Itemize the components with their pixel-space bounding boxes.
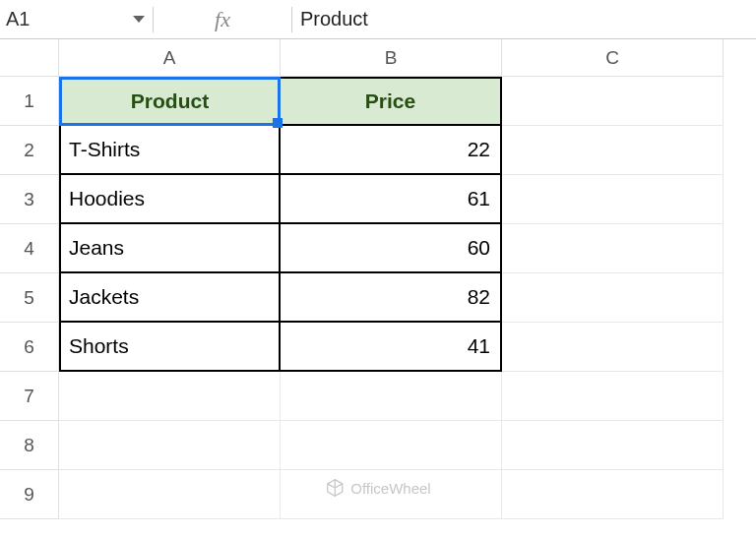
row-header-5[interactable]: 5 (0, 273, 59, 323)
cell-B2[interactable]: 22 (281, 126, 502, 175)
cell-C6[interactable] (502, 323, 724, 372)
col-header-B[interactable]: B (281, 39, 502, 77)
cell-C5[interactable] (502, 273, 724, 323)
grid-row-4: Jeans 60 (59, 224, 724, 273)
row-header-2[interactable]: 2 (0, 126, 59, 175)
cell-A2[interactable]: T-Shirts (59, 126, 281, 175)
cell-A9[interactable] (59, 470, 281, 519)
cell-C4[interactable] (502, 224, 724, 273)
grid-row-8 (59, 421, 724, 470)
column-headers: A B C (59, 39, 724, 77)
formula-input[interactable]: Product (292, 8, 368, 30)
cell-C9[interactable] (502, 470, 724, 519)
cell-A1[interactable]: Product (59, 77, 281, 126)
cell-B8[interactable] (281, 421, 502, 470)
cell-A3[interactable]: Hoodies (59, 175, 281, 224)
grid-row-7 (59, 372, 724, 421)
cell-A4[interactable]: Jeans (59, 224, 281, 273)
cell-B1[interactable]: Price (281, 77, 502, 126)
cell-C7[interactable] (502, 372, 724, 421)
row-header-1[interactable]: 1 (0, 77, 59, 126)
watermark-text: OfficeWheel (350, 480, 430, 497)
row-header-8[interactable]: 8 (0, 421, 59, 470)
cell-C3[interactable] (502, 175, 724, 224)
cell-A8[interactable] (59, 421, 281, 470)
select-all-corner[interactable] (0, 39, 59, 77)
row-header-9[interactable]: 9 (0, 470, 59, 519)
cell-C2[interactable] (502, 126, 724, 175)
row-header-7[interactable]: 7 (0, 372, 59, 421)
row-header-3[interactable]: 3 (0, 175, 59, 224)
cell-C1[interactable] (502, 77, 724, 126)
cell-A6[interactable]: Shorts (59, 323, 281, 372)
cell-B6[interactable]: 41 (281, 323, 502, 372)
dropdown-icon[interactable] (133, 16, 145, 23)
cell-B4[interactable]: 60 (281, 224, 502, 273)
cell-B3[interactable]: 61 (281, 175, 502, 224)
name-box[interactable]: A1 (0, 0, 153, 38)
grid-row-5: Jackets 82 (59, 273, 724, 323)
col-header-C[interactable]: C (502, 39, 724, 77)
formula-bar: A1 fx Product (0, 0, 756, 39)
row-header-6[interactable]: 6 (0, 323, 59, 372)
col-header-A[interactable]: A (59, 39, 281, 77)
cell-B7[interactable] (281, 372, 502, 421)
watermark: OfficeWheel (325, 478, 430, 498)
grid-body: Product Price T-Shirts 22 Hoodies 61 Jea… (59, 77, 724, 519)
cell-B5[interactable]: 82 (281, 273, 502, 323)
cell-A7[interactable] (59, 372, 281, 421)
name-box-value: A1 (6, 8, 30, 30)
sheet-area: 1 2 3 4 5 6 7 8 9 A B C Product Price (0, 39, 756, 519)
row-headers: 1 2 3 4 5 6 7 8 9 (0, 77, 59, 519)
grid-row-6: Shorts 41 (59, 323, 724, 372)
cell-A5[interactable]: Jackets (59, 273, 281, 323)
grid-row-2: T-Shirts 22 (59, 126, 724, 175)
row-header-4[interactable]: 4 (0, 224, 59, 273)
cell-C8[interactable] (502, 421, 724, 470)
grid-row-1: Product Price (59, 77, 724, 126)
watermark-icon (325, 478, 345, 498)
grid-row-3: Hoodies 61 (59, 175, 724, 224)
fx-label: fx (154, 7, 291, 32)
